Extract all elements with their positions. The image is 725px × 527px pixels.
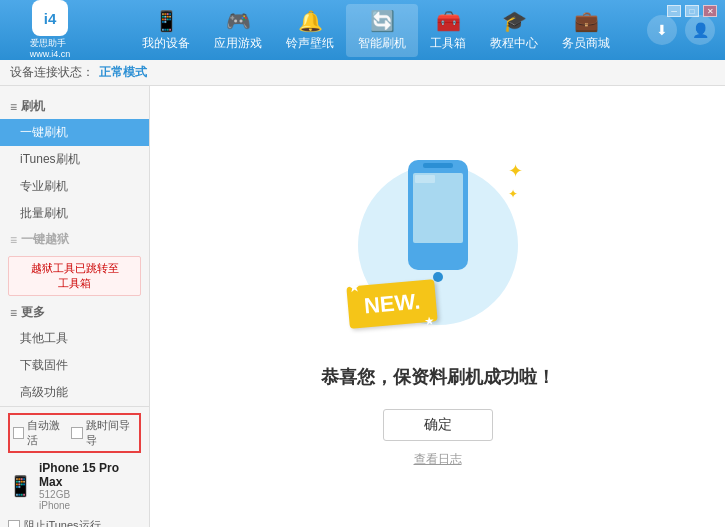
sidebar-bottom: 自动激活 跳时间导导 📱 iPhone 15 Pro Max 512GB iPh… <box>0 406 149 527</box>
restore-button[interactable]: □ <box>685 5 699 17</box>
nav-apps[interactable]: 🎮 应用游戏 <box>202 4 274 57</box>
nav-store[interactable]: 💼 务员商城 <box>550 4 622 57</box>
sidebar: ≡ 刷机 一键刷机 iTunes刷机 专业刷机 批量刷机 ≡ 一键越狱 越狱工具… <box>0 86 150 527</box>
nav-items: 📱 我的设备 🎮 应用游戏 🔔 铃声壁纸 🔄 智能刷机 🧰 工具箱 🎓 <box>105 4 647 57</box>
main-layout: ≡ 刷机 一键刷机 iTunes刷机 专业刷机 批量刷机 ≡ 一键越狱 越狱工具… <box>0 86 725 527</box>
logo-text: 爱思助手www.i4.cn <box>30 38 71 60</box>
auto-activate-checkbox[interactable]: 自动激活 <box>13 418 67 448</box>
logo-icon: i4 <box>32 0 68 36</box>
sidebar-section-flash: ≡ 刷机 <box>0 94 149 119</box>
auto-activate-row: 自动激活 跳时间导导 <box>8 413 141 453</box>
nav-store-label: 务员商城 <box>562 35 610 52</box>
svg-rect-2 <box>423 163 453 168</box>
download-button[interactable]: ⬇ <box>647 15 677 45</box>
sidebar-item-one-key-flash[interactable]: 一键刷机 <box>0 119 149 146</box>
batch-flash-label: 批量刷机 <box>20 205 68 222</box>
itunes-row: 阻止iTunes运行 <box>8 515 141 527</box>
nav-ringtone[interactable]: 🔔 铃声壁纸 <box>274 4 346 57</box>
nav-toolbox-icon: 🧰 <box>436 9 461 33</box>
auto-activate-cb <box>13 427 24 439</box>
header: i4 爱思助手www.i4.cn 📱 我的设备 🎮 应用游戏 🔔 铃声壁纸 🔄 … <box>0 0 725 60</box>
nav-ringtone-icon: 🔔 <box>298 9 323 33</box>
device-phone-icon: 📱 <box>8 474 33 498</box>
auto-activate-label: 自动激活 <box>27 418 67 448</box>
activation-notice: 越狱工具已跳转至工具箱 <box>8 256 141 296</box>
svg-rect-1 <box>413 173 463 243</box>
window-controls: ─ □ ✕ <box>667 5 717 17</box>
pro-flash-label: 专业刷机 <box>20 178 68 195</box>
user-button[interactable]: 👤 <box>685 15 715 45</box>
itunes-label: 阻止iTunes运行 <box>24 518 101 527</box>
sidebar-item-other-tools[interactable]: 其他工具 <box>0 325 149 352</box>
sidebar-item-itunes-flash[interactable]: iTunes刷机 <box>0 146 149 173</box>
device-name: iPhone 15 Pro Max <box>39 461 141 489</box>
nav-store-icon: 💼 <box>574 9 599 33</box>
status-prefix: 设备连接状态： <box>10 64 94 81</box>
nav-smart-flash[interactable]: 🔄 智能刷机 <box>346 4 418 57</box>
auto-activate-box: 自动激活 跳时间导导 <box>8 413 141 453</box>
nav-my-device[interactable]: 📱 我的设备 <box>130 4 202 57</box>
illustration: NEW. ✦✦ <box>338 145 538 345</box>
minimize-button[interactable]: ─ <box>667 5 681 17</box>
nav-toolbox[interactable]: 🧰 工具箱 <box>418 4 478 57</box>
flash-section-icon: ≡ <box>10 100 17 114</box>
device-details: iPhone 15 Pro Max 512GB iPhone <box>39 461 141 511</box>
time-guide-checkbox[interactable]: 跳时间导导 <box>71 418 136 448</box>
nav-device-label: 我的设备 <box>142 35 190 52</box>
sidebar-section-more: ≡ 更多 <box>0 300 149 325</box>
nav-tutorial[interactable]: 🎓 教程中心 <box>478 4 550 57</box>
nav-smart-flash-label: 智能刷机 <box>358 35 406 52</box>
one-key-flash-label: 一键刷机 <box>20 124 68 141</box>
header-right: ⬇ 👤 <box>647 15 715 45</box>
svg-rect-4 <box>415 175 435 183</box>
nav-apps-icon: 🎮 <box>226 9 251 33</box>
itunes-checkbox[interactable] <box>8 520 20 528</box>
time-guide-cb <box>71 427 82 439</box>
nav-ringtone-label: 铃声壁纸 <box>286 35 334 52</box>
phone-illustration <box>398 155 478 295</box>
time-guide-label: 跳时间导导 <box>86 418 136 448</box>
close-button[interactable]: ✕ <box>703 5 717 17</box>
nav-tutorial-label: 教程中心 <box>490 35 538 52</box>
nav-toolbox-label: 工具箱 <box>430 35 466 52</box>
sparkles: ✦✦ <box>508 160 523 203</box>
sidebar-item-advanced[interactable]: 高级功能 <box>0 379 149 406</box>
success-message: 恭喜您，保资料刷机成功啦！ <box>321 365 555 389</box>
nav-tutorial-icon: 🎓 <box>502 9 527 33</box>
connection-status-bar: 设备连接状态： 正常模式 <box>0 60 725 86</box>
status-mode: 正常模式 <box>99 64 147 81</box>
view-log-link[interactable]: 查看日志 <box>414 451 462 468</box>
sidebar-item-batch-flash[interactable]: 批量刷机 <box>0 200 149 227</box>
sidebar-item-download-firmware[interactable]: 下载固件 <box>0 352 149 379</box>
nav-apps-label: 应用游戏 <box>214 35 262 52</box>
sidebar-item-pro-flash[interactable]: 专业刷机 <box>0 173 149 200</box>
device-storage: 512GB <box>39 489 141 500</box>
itunes-flash-label: iTunes刷机 <box>20 151 80 168</box>
logo-area: i4 爱思助手www.i4.cn <box>10 0 90 60</box>
device-info: 📱 iPhone 15 Pro Max 512GB iPhone <box>8 457 141 515</box>
nav-smart-flash-icon: 🔄 <box>370 9 395 33</box>
nav-device-icon: 📱 <box>154 9 179 33</box>
svg-point-3 <box>433 272 443 282</box>
confirm-button[interactable]: 确定 <box>383 409 493 441</box>
main-content: NEW. ✦✦ 恭喜您，保资料刷机成功啦！ 确定 查看日志 <box>150 86 725 527</box>
device-type: iPhone <box>39 500 141 511</box>
sidebar-section-activation: ≡ 一键越狱 <box>0 227 149 252</box>
new-badge: NEW. <box>346 279 438 329</box>
